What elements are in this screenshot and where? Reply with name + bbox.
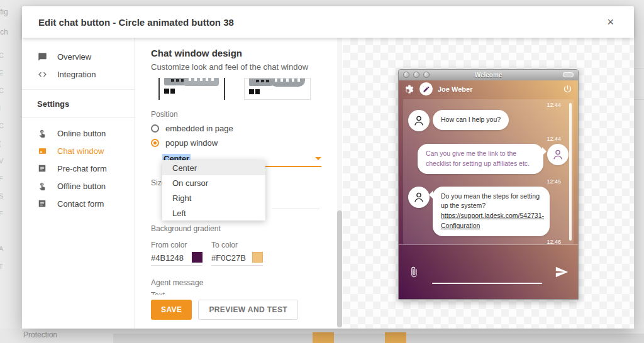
message-input[interactable] — [432, 283, 542, 284]
preview-titlebar: Welcome — [399, 70, 578, 80]
panel-scrollbar-thumb[interactable] — [337, 210, 342, 327]
paperclip-icon[interactable] — [408, 266, 419, 278]
person-avatar-icon — [408, 187, 430, 208]
thumb-shape — [249, 89, 262, 94]
power-icon[interactable] — [563, 84, 572, 94]
bg-text-fragment: E — [0, 69, 3, 77]
bg-divider — [633, 99, 644, 100]
message-bubble: How can I help you? — [433, 110, 509, 130]
menu-item-left[interactable]: Left — [162, 205, 265, 220]
radio-icon[interactable] — [151, 124, 159, 133]
background-gradient-label: Background gradient — [151, 224, 319, 233]
bg-protection-label: Protection — [23, 330, 57, 339]
message-bubble: Do you mean the steps for setting up the… — [433, 187, 550, 236]
to-color-swatch[interactable] — [252, 252, 263, 263]
to-color-field[interactable]: To color #F0C27B — [211, 241, 263, 266]
bg-text-fragment: C — [0, 87, 4, 94]
agent-message: 12:44 How can I help you? — [408, 102, 569, 131]
save-button[interactable]: SAVE — [151, 300, 192, 320]
bg-bottom-bar — [113, 334, 644, 343]
window-button-icon[interactable] — [403, 72, 409, 78]
form-icon — [37, 199, 47, 209]
message-bubble: Can you give me the link to the checklis… — [418, 144, 543, 174]
field-underline — [272, 209, 319, 209]
to-color-value[interactable]: #F0C27B — [211, 253, 246, 263]
sidebar-item-label: Overview — [57, 52, 91, 62]
from-color-value[interactable]: #4B1248 — [151, 253, 184, 263]
thumb-shape — [270, 79, 305, 87]
preview-and-test-button[interactable]: PREVIEW AND TEST — [198, 300, 298, 320]
dialog-header: Edit chat button - Circle animated butto… — [22, 6, 634, 38]
radio-embedded-in-page[interactable]: embedded in page — [151, 124, 319, 133]
chat-messages: 12:44 How can I help you? 12:44 Can you … — [403, 99, 574, 244]
bg-text-fragment: S — [0, 192, 3, 200]
panel-heading: Chat window design — [151, 48, 319, 58]
chat-scrollbar[interactable] — [569, 103, 572, 241]
bg-orange-square — [385, 332, 406, 343]
sidebar-item-pre-chat-form[interactable]: Pre-chat form — [22, 160, 135, 177]
touch-icon — [37, 128, 47, 138]
bg-text-fragment: ch — [0, 28, 8, 36]
radio-label: popup window — [165, 138, 218, 148]
message-time: 12:46 — [408, 239, 569, 245]
bg-text-fragment: A — [0, 245, 3, 253]
menu-item-center[interactable]: Center — [162, 160, 265, 175]
dialog-sidebar: Overview Integration Settings Online but… — [22, 38, 135, 329]
style-thumbnail-selected[interactable] — [158, 78, 225, 100]
bg-text-fragment: V — [0, 157, 3, 165]
sidebar-item-overview[interactable]: Overview — [22, 48, 135, 65]
bg-orange-square — [313, 332, 334, 343]
divider — [22, 89, 135, 90]
sidebar-item-chat-window[interactable]: Chat window — [22, 142, 135, 160]
divider — [22, 117, 135, 118]
chat-window-design-panel: Chat window design Customize look and fe… — [135, 38, 343, 329]
sidebar-item-online-button[interactable]: Online button — [22, 124, 135, 142]
style-thumbnails — [158, 78, 319, 100]
sidebar-item-label: Contact form — [57, 199, 104, 209]
agent-message-label: Agent message — [151, 278, 319, 287]
sidebar-item-label: Integration — [57, 70, 96, 79]
position-label: Position — [151, 110, 319, 119]
person-avatar-icon — [547, 144, 569, 165]
chat-bubble-icon — [37, 52, 47, 62]
minimize-pill-icon[interactable] — [563, 72, 574, 77]
sidebar-item-label: Online button — [57, 129, 106, 138]
sidebar-settings-header: Settings — [22, 96, 135, 111]
from-color-swatch[interactable] — [192, 252, 203, 263]
chevron-down-icon — [315, 157, 321, 160]
menu-item-on-cursor[interactable]: On cursor — [162, 175, 265, 190]
agent-avatar — [419, 82, 433, 95]
sidebar-item-offline-button[interactable]: Offline button — [22, 177, 135, 195]
sidebar-item-label: Pre-chat form — [57, 164, 107, 173]
preview-window-title: Welcome — [475, 72, 502, 79]
person-avatar-icon — [408, 110, 430, 131]
panel-footer: SAVE PREVIEW AND TEST — [135, 295, 336, 329]
window-button-icon[interactable] — [413, 72, 419, 78]
chat-input-bar — [399, 244, 578, 299]
send-icon[interactable] — [555, 265, 569, 279]
bg-text-fragment: C — [0, 122, 4, 129]
menu-item-right[interactable]: Right — [162, 190, 265, 205]
style-thumbnail[interactable] — [244, 78, 311, 100]
visitor-message-partial: 12:46 — [408, 239, 569, 245]
window-button-icon[interactable] — [423, 72, 430, 78]
bg-text-fragment: F — [0, 175, 3, 182]
radio-icon-checked[interactable] — [151, 139, 159, 147]
from-color-field[interactable]: From color #4B1248 — [151, 241, 203, 266]
visitor-message: 12:44 Can you give me the link to the ch… — [408, 136, 569, 174]
to-color-label: To color — [211, 241, 263, 249]
close-icon[interactable]: × — [603, 14, 618, 30]
thumb-shape — [164, 89, 177, 94]
edit-chat-button-dialog: Edit chat button - Circle animated butto… — [22, 6, 634, 329]
thumb-shape — [184, 78, 219, 86]
bg-bottom-strip: Protection — [0, 329, 644, 343]
sidebar-item-contact-form[interactable]: Contact form — [22, 195, 135, 212]
support-link[interactable]: https://support.ladesk.com/542731-Config… — [441, 212, 544, 229]
sidebar-item-label: Chat window — [57, 146, 104, 156]
gear-icon[interactable] — [404, 84, 414, 94]
radio-popup-window[interactable]: popup window — [151, 138, 319, 148]
position-dropdown-menu: Center On cursor Right Left — [162, 160, 265, 220]
bg-text-fragment: I — [0, 104, 1, 112]
sidebar-item-integration[interactable]: Integration — [22, 65, 135, 83]
code-icon — [37, 69, 47, 79]
